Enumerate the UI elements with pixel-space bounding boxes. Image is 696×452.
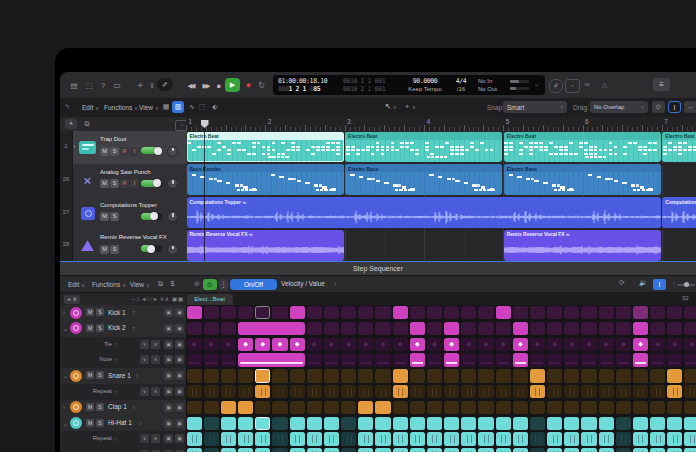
row-mute-button[interactable]: M [86, 324, 94, 332]
step-cell[interactable] [427, 338, 442, 351]
step-cell[interactable] [444, 338, 459, 351]
row-solo-button[interactable]: S [96, 371, 104, 379]
row-stepper-icon[interactable]: ↕ [132, 325, 135, 331]
step-cell[interactable] [684, 401, 696, 414]
step-cell[interactable] [307, 306, 322, 319]
plus-tool[interactable]: + [402, 101, 412, 113]
step-cell[interactable] [478, 369, 493, 382]
step-cell[interactable] [496, 432, 511, 445]
step-cell[interactable] [684, 385, 696, 398]
step-cell[interactable] [358, 401, 373, 414]
row-stepper-icon[interactable]: ↕ [132, 309, 135, 315]
step-cell[interactable] [341, 432, 356, 445]
step-cell[interactable] [427, 353, 442, 366]
step-cell[interactable] [290, 385, 305, 398]
row-nav-icons[interactable]: →↕ ◂○○▸ ∨∧ ▣▣ [120, 295, 184, 302]
step-cell[interactable] [616, 322, 631, 335]
step-cell[interactable] [599, 385, 614, 398]
step-cell[interactable] [444, 448, 459, 452]
step-cell[interactable] [496, 322, 511, 335]
step-cell[interactable] [204, 322, 219, 335]
step-cell[interactable] [307, 417, 322, 430]
stop-button[interactable]: ■ [214, 80, 224, 91]
pointer-tool[interactable]: ↖ [383, 101, 393, 113]
step-cell[interactable] [530, 322, 545, 335]
step-cell[interactable] [564, 385, 579, 398]
step-cell[interactable] [255, 448, 270, 452]
track-mute-button[interactable]: M [100, 212, 109, 221]
step-cell[interactable] [496, 306, 511, 319]
step-cell[interactable] [272, 306, 287, 319]
step-cell[interactable] [307, 448, 322, 452]
track-header[interactable]: 27Computations TopperMS [60, 197, 186, 231]
step-cell[interactable] [581, 322, 596, 335]
step-row-header[interactable]: Repeat↕∨∧▣▣ [60, 384, 186, 401]
row-options-icon[interactable]: ▣ [175, 324, 184, 333]
step-cell[interactable] [530, 432, 545, 445]
step-cell[interactable] [461, 306, 476, 319]
step-cell[interactable] [633, 385, 648, 398]
step-cell[interactable] [496, 353, 511, 366]
step-cell[interactable] [633, 322, 648, 335]
step-cell[interactable] [221, 322, 236, 335]
step-cell[interactable] [547, 432, 562, 445]
step-cell[interactable] [255, 432, 270, 445]
ruler[interactable]: 1234567 [186, 117, 696, 132]
edit-menu[interactable]: Edit∨ [82, 102, 99, 113]
step-cell[interactable] [272, 401, 287, 414]
step-cell[interactable] [564, 306, 579, 319]
step-cell[interactable] [667, 306, 682, 319]
play-button[interactable]: ▶ [225, 78, 240, 92]
row-mute-button[interactable]: M [86, 419, 94, 427]
step-cell[interactable] [358, 417, 373, 430]
back-icon[interactable]: ↰ [64, 103, 70, 111]
step-cell[interactable] [375, 306, 390, 319]
track-record-enable-button[interactable]: R [120, 147, 129, 156]
step-cell[interactable] [375, 369, 390, 382]
step-cell[interactable] [307, 432, 322, 445]
step-cell[interactable] [221, 432, 236, 445]
lcd-chevron-icon[interactable]: ⌄ [534, 80, 539, 87]
step-cell[interactable] [496, 369, 511, 382]
more-icon[interactable]: ⋮ [219, 279, 228, 290]
step-cell[interactable] [255, 401, 270, 414]
record-button[interactable]: ● [243, 80, 254, 91]
step-cell[interactable] [221, 448, 236, 452]
ss-copy-icon[interactable]: ⧉ [155, 279, 166, 289]
row-options-icon[interactable]: ▣ [175, 371, 184, 380]
step-cell[interactable] [684, 353, 696, 366]
step-cell[interactable] [513, 369, 528, 382]
step-cell[interactable] [221, 385, 236, 398]
step-cell[interactable] [444, 369, 459, 382]
live-pads-button[interactable]: ⊙ [203, 279, 217, 290]
step-cell[interactable] [204, 369, 219, 382]
track-lane[interactable]: Bass KnocksElectro BassElectro Bass [186, 164, 696, 198]
step-cell[interactable] [478, 338, 493, 351]
step-cell[interactable] [290, 369, 305, 382]
step-cell[interactable] [427, 369, 442, 382]
row-solo-button[interactable]: S [96, 324, 104, 332]
pencil-tool-toggle[interactable]: ✐ [157, 78, 173, 91]
step-cell[interactable] [204, 417, 219, 430]
plus-carat-icon[interactable]: ∨ [412, 104, 416, 110]
step-cell[interactable] [410, 322, 425, 335]
step-cell[interactable] [427, 401, 442, 414]
step-cell[interactable] [375, 448, 390, 452]
step-cell[interactable] [187, 417, 202, 430]
eraser-icon[interactable]: ⬖ [209, 101, 221, 113]
step-cell[interactable] [290, 417, 305, 430]
step-cell[interactable] [547, 306, 562, 319]
step-cell[interactable] [324, 401, 339, 414]
add-track-button[interactable]: + [65, 119, 77, 129]
step-cell[interactable] [393, 401, 408, 414]
step-cell[interactable] [564, 369, 579, 382]
step-cell[interactable] [187, 353, 202, 366]
step-cell[interactable] [272, 385, 287, 398]
step-cell[interactable] [564, 448, 579, 452]
region[interactable]: Computations Topper ∞ [187, 197, 661, 228]
step-cell[interactable] [290, 448, 305, 452]
step-row-header[interactable]: Note↕∨∧▣▣ [60, 352, 186, 369]
step-record-icon[interactable]: ⊘ [191, 279, 203, 289]
step-cell[interactable] [358, 385, 373, 398]
track-input-monitor-button[interactable]: I [130, 147, 139, 156]
